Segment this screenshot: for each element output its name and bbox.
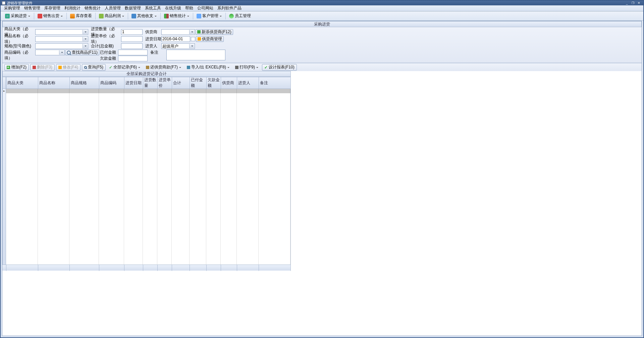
operator-input[interactable]: 超级用户 (161, 43, 195, 49)
add-button[interactable]: 增加(F2) (4, 64, 29, 71)
manage-supplier-button[interactable]: 供货商管理 (196, 36, 224, 42)
total-input[interactable] (121, 43, 143, 49)
column-header[interactable]: 进货单价 (158, 77, 172, 89)
date-input[interactable]: 2016-04-01 (161, 36, 190, 42)
edit-button[interactable]: 修改(F4) (56, 64, 80, 71)
menu-item[interactable]: 帮助 (183, 5, 195, 11)
query-button[interactable]: 查询(F5) (82, 64, 106, 71)
chevron-down-icon (187, 15, 190, 17)
table-cell[interactable] (124, 89, 143, 93)
column-header[interactable]: 进货日期 (124, 77, 143, 89)
column-header[interactable]: 商品名称 (38, 77, 70, 89)
table-cell[interactable] (69, 89, 99, 93)
toolbar-button-label: 销售出货 (43, 13, 59, 19)
code-label: 商品编码（必填） (4, 50, 35, 61)
menu-item[interactable]: 采购管理 (2, 5, 22, 11)
chevron-down-icon (60, 15, 63, 17)
table-cell[interactable] (6, 89, 38, 93)
export-label: 导入/出 EXCEL(F8) (191, 64, 226, 70)
toolbar-button[interactable]: 销售统计 (162, 12, 192, 20)
price-input[interactable] (121, 36, 143, 42)
menu-item[interactable]: 数据管理 (123, 5, 143, 11)
toolbar-button[interactable]: 员工管理 (227, 12, 253, 20)
table-cell[interactable] (99, 89, 124, 93)
toolbar-button-label: 采购进货 (11, 13, 27, 19)
column-header[interactable]: 进货数量 (143, 77, 158, 89)
menu-item[interactable]: 利润统计 (62, 5, 83, 11)
table-cell[interactable] (143, 89, 157, 93)
column-header[interactable]: 备注 (259, 77, 291, 89)
menu-item[interactable]: 库存管理 (42, 5, 62, 11)
toolbar-button[interactable]: 采购进货 (3, 12, 33, 20)
print-button[interactable]: 打印(F9) (233, 64, 261, 71)
design-report-button[interactable]: ✓设计报表(F10) (262, 64, 297, 71)
design-icon: ✓ (264, 65, 268, 70)
app-title: 进销存管理软件 (7, 1, 33, 6)
chevron-down-icon (28, 15, 31, 17)
table-cell[interactable] (259, 89, 290, 93)
minimize-button[interactable]: _ (624, 1, 630, 5)
qty-input[interactable]: 1 (121, 29, 143, 35)
return-money-button[interactable]: 还供货商款(F7) (144, 64, 183, 71)
toolbar-button[interactable]: 销售出货 (35, 12, 65, 20)
all-records-button[interactable]: ✓全部记录(F6) (107, 64, 143, 71)
toolbar-button[interactable]: 其他收支 (129, 12, 159, 20)
column-header[interactable]: 欠款金额 (207, 77, 221, 89)
menu-item[interactable]: 销售管理 (22, 5, 42, 11)
find-product-button[interactable]: 查找商品(F11) (65, 50, 99, 55)
stat-icon (164, 14, 169, 18)
date-checkbox[interactable] (191, 37, 195, 41)
delete-button[interactable]: 删除(F3) (30, 64, 55, 71)
edit-icon (198, 37, 201, 41)
export-button[interactable]: 导入/出 EXCEL(F8) (185, 64, 232, 71)
table-cell[interactable] (38, 89, 69, 93)
table-cell[interactable] (221, 89, 237, 93)
table-cell[interactable] (206, 89, 221, 93)
menu-item[interactable]: 人员管理 (103, 5, 123, 11)
menu-item[interactable]: 系统工具 (143, 5, 163, 11)
column-header[interactable]: 已付金额 (190, 77, 207, 89)
selected-row[interactable] (6, 89, 290, 93)
menu-item[interactable]: 系列软件产品 (215, 5, 244, 11)
add-supplier-button[interactable]: 新添供货商(F12) (196, 29, 233, 35)
category-input[interactable] (35, 29, 88, 35)
menubar: 采购管理销售管理库存管理利润统计销售统计人员管理数据管理系统工具在线升级帮助公司… (1, 5, 643, 11)
menu-item[interactable]: 公司网站 (195, 5, 215, 11)
chevron-down-icon (179, 66, 181, 69)
table-cell[interactable] (190, 89, 206, 93)
remark-input[interactable] (166, 50, 225, 60)
column-header[interactable]: 合计 (172, 77, 190, 89)
cart-icon (5, 14, 10, 18)
paid-input[interactable] (118, 50, 148, 55)
column-header[interactable]: 供货商 (221, 77, 237, 89)
grid-footer (2, 265, 291, 271)
close-button[interactable]: ✕ (636, 1, 642, 5)
menu-item[interactable]: 销售统计 (83, 5, 103, 11)
footer-cell (38, 265, 70, 271)
owed-input[interactable] (118, 56, 148, 61)
name-input[interactable] (35, 36, 88, 42)
add-button-label: 增加(F2) (11, 64, 26, 70)
grid-body[interactable] (2, 89, 291, 265)
toolbar-button[interactable]: 商品利润 (97, 12, 127, 20)
column-header[interactable]: 商品大类 (6, 77, 38, 89)
toolbar-separator (95, 13, 96, 19)
toolbar-button[interactable]: 客户管理 (194, 12, 224, 20)
spec-input[interactable] (35, 43, 88, 49)
table-cell[interactable] (172, 89, 190, 93)
column-header[interactable]: 商品规格 (70, 77, 99, 89)
toolbar-button[interactable]: 库存查看 (68, 12, 94, 20)
profit-icon (99, 14, 104, 18)
emp-icon (229, 14, 234, 18)
code-input[interactable] (35, 50, 65, 55)
column-header[interactable]: 商品编码 (99, 77, 124, 89)
maximize-button[interactable]: ❐ (630, 1, 636, 5)
supplier-input[interactable] (161, 29, 195, 35)
table-cell[interactable] (157, 89, 172, 93)
table-cell[interactable] (237, 89, 259, 93)
toolbar-separator (193, 13, 193, 19)
menu-item[interactable]: 在线升级 (163, 5, 183, 11)
column-header[interactable]: 进货人 (237, 77, 259, 89)
app-icon (2, 1, 5, 5)
find-product-label: 查找商品(F11) (72, 50, 98, 55)
